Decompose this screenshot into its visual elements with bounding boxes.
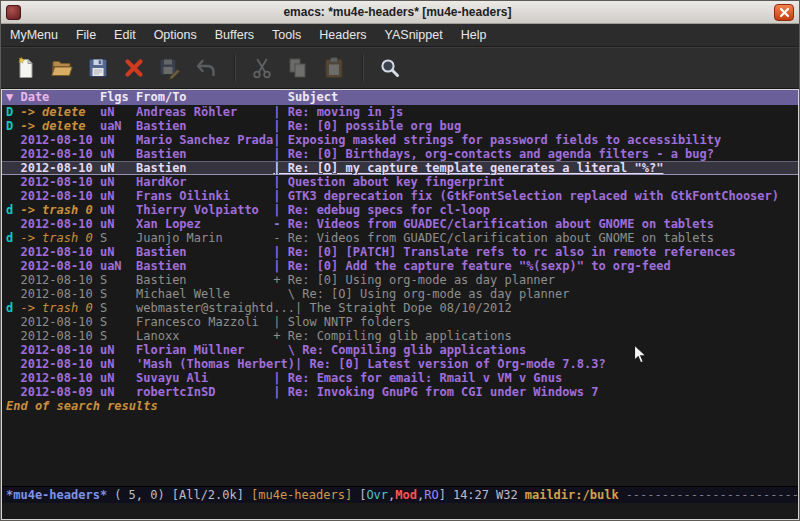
modeline-buffer-name[interactable]: *mu4e-headers* <box>6 488 107 502</box>
message-row[interactable]: d-> trash 0Swebmaster@straightd...| The … <box>2 301 798 315</box>
menu-bar: MyMenuFileEditOptionsBuffersToolsHeaders… <box>1 24 799 47</box>
toolbar-separator <box>362 55 364 81</box>
modeline-readonly-flag[interactable]: RO <box>424 488 438 502</box>
column-header-date[interactable]: Date <box>20 90 99 105</box>
sort-descending-icon[interactable]: ▼ <box>6 90 20 105</box>
message-row[interactable]: 2012-08-10SFrancesco Mazzoli| Slow NNTP … <box>2 315 798 329</box>
cut-icon <box>245 52 278 85</box>
row-subject: | Re: [O] my capture template generates … <box>273 161 663 175</box>
message-row[interactable]: 2012-08-10uNBastien| Re: [O] my capture … <box>2 161 798 175</box>
message-row[interactable]: 2012-08-10uNBastien| Re: [0] [PATCH] Tra… <box>2 245 798 259</box>
row-subject: | The Straight Dope 08/10/2012 <box>295 301 512 315</box>
row-date: 2012-08-10 <box>20 287 99 301</box>
row-flags: S <box>100 301 136 315</box>
menu-item-options[interactable]: Options <box>145 25 206 45</box>
save-as-icon <box>153 52 186 85</box>
message-row[interactable]: 2012-08-10SMichael Welle \ Re: [O] Using… <box>2 287 798 301</box>
new-file-icon[interactable] <box>9 52 42 85</box>
menu-item-file[interactable]: File <box>67 25 105 45</box>
mode-line[interactable]: *mu4e-headers*( 5, 0)[All/2.0k][mu4e-hea… <box>2 486 798 503</box>
message-row[interactable]: 2012-08-10uNFrans Oilinki| GTK3 deprecat… <box>2 189 798 203</box>
row-from: Florian Müllner <box>136 343 273 357</box>
menu-item-tools[interactable]: Tools <box>263 25 310 45</box>
row-subject: + Re: [0] Using org-mode as day planner <box>273 273 555 287</box>
row-date: -> trash 0 <box>20 301 99 315</box>
row-subject: | Re: [0] Latest version of Org-mode 7.8… <box>295 357 606 371</box>
row-date: 2012-08-10 <box>20 357 99 371</box>
search-icon[interactable] <box>373 52 406 85</box>
row-from: Frans Oilinki <box>136 189 273 203</box>
row-from: Xan Lopez <box>136 217 273 231</box>
modeline-state-flags: [Ovr,Mod,RO] <box>359 488 446 502</box>
message-row[interactable]: 2012-08-10uNSuvayu Ali| Re: Emacs for em… <box>2 371 798 385</box>
message-row[interactable]: D-> deleteuaNBastien| Re: [0] possible o… <box>2 119 798 133</box>
modeline-buffer-size: [All/2.0k] <box>172 488 244 502</box>
modeline-state-close: ] <box>439 488 446 502</box>
message-row[interactable]: d-> trash 0uNThierry Volpiatto| Re: edeb… <box>2 203 798 217</box>
row-date: 2012-08-10 <box>20 161 99 175</box>
row-flags: S <box>100 231 136 245</box>
row-flags: uaN <box>100 119 136 133</box>
menu-item-mymenu[interactable]: MyMenu <box>1 25 67 45</box>
message-row[interactable]: 2012-08-10SBastien+ Re: [0] Using org-mo… <box>2 273 798 287</box>
kill-buffer-icon[interactable] <box>117 52 150 85</box>
row-from: Bastien <box>136 147 273 161</box>
row-from: Francesco Mazzoli <box>136 315 273 329</box>
toolbar-separator <box>234 55 236 81</box>
row-subject: | Re: edebug specs for cl-loop <box>273 203 490 217</box>
column-header-subject[interactable]: Subject <box>273 90 338 104</box>
row-from: HardKor <box>136 175 273 189</box>
message-row[interactable]: d-> trash 0SJuanjo Marin- Re: Videos fro… <box>2 231 798 245</box>
menu-item-headers[interactable]: Headers <box>310 25 375 45</box>
minibuffer[interactable] <box>2 503 798 519</box>
column-header-from[interactable]: From/To <box>136 90 273 105</box>
row-subject: | Re: [0] Birthdays, org-contacts and ag… <box>273 147 714 161</box>
menu-item-help[interactable]: Help <box>452 25 496 45</box>
message-list: D-> deleteuNAndreas Röhler| Re: moving i… <box>2 105 798 399</box>
row-subject: | Re: Emacs for email: Rmail v VM v Gnus <box>273 371 562 385</box>
menu-item-edit[interactable]: Edit <box>105 25 145 45</box>
message-row[interactable]: 2012-08-10uNMario Sanchez Prada| Exposin… <box>2 133 798 147</box>
emacs-window: emacs: *mu4e-headers* [mu4e-headers] MyM… <box>0 0 800 521</box>
row-subject: | GTK3 deprecation fix (GtkFontSelection… <box>273 189 779 203</box>
headers-buffer[interactable]: ▼DateFlgsFrom/ToSubject D-> deleteuNAndr… <box>2 90 798 486</box>
modeline-clock: 14:27 <box>453 488 489 502</box>
row-subject: - Re: Videos from GUADEC/clarification a… <box>273 231 714 245</box>
save-icon[interactable] <box>81 52 114 85</box>
window-menu-icon[interactable] <box>6 5 21 20</box>
row-mark: D <box>6 119 20 133</box>
message-row[interactable]: 2012-08-10uaNBastien| Re: [0] Add the ca… <box>2 259 798 273</box>
row-date: 2012-08-10 <box>20 343 99 357</box>
modeline-major-mode[interactable]: [mu4e-headers] <box>251 488 352 502</box>
close-button[interactable] <box>774 4 794 21</box>
headers-header-line: ▼DateFlgsFrom/ToSubject <box>2 90 798 105</box>
row-flags: uN <box>100 147 136 161</box>
row-date: 2012-08-10 <box>20 147 99 161</box>
row-date: 2012-08-10 <box>20 175 99 189</box>
row-flags: S <box>100 273 136 287</box>
row-from: Andreas Röhler <box>136 105 273 119</box>
column-header-flags[interactable]: Flgs <box>100 90 136 105</box>
message-row[interactable]: 2012-08-10uNXan Lopez- Re: Videos from G… <box>2 217 798 231</box>
open-file-icon[interactable] <box>45 52 78 85</box>
row-subject: | Re: Invoking GnuPG from CGI under Wind… <box>273 385 598 399</box>
row-from: Bastien <box>136 273 273 287</box>
message-row[interactable]: 2012-08-10uNHardKor| Question about key … <box>2 175 798 189</box>
message-row[interactable]: 2012-08-10uNBastien| Re: [0] Birthdays, … <box>2 147 798 161</box>
menu-item-buffers[interactable]: Buffers <box>206 25 263 45</box>
message-row[interactable]: 2012-08-10SLanoxx+ Re: Compiling glib ap… <box>2 329 798 343</box>
row-flags: uN <box>100 133 136 147</box>
menu-item-yasnippet[interactable]: YASnippet <box>376 25 452 45</box>
modeline-modified-flag[interactable]: Mod <box>395 488 417 502</box>
titlebar[interactable]: emacs: *mu4e-headers* [mu4e-headers] <box>1 1 799 24</box>
row-from: Suvayu Ali <box>136 371 273 385</box>
row-from: Mario Sanchez Prada <box>136 133 273 147</box>
row-date: -> delete <box>20 119 99 133</box>
message-row[interactable]: 2012-08-10uNFlorian Müllner \ Re: Compil… <box>2 343 798 357</box>
message-row[interactable]: 2012-08-10uN'Mash (Thomas Herbert)| Re: … <box>2 357 798 371</box>
modeline-overwrite-flag: Ovr <box>366 488 388 502</box>
message-row[interactable]: 2012-08-09uNrobertcInSD| Re: Invoking Gn… <box>2 385 798 399</box>
row-subject: + Re: Compiling glib applications <box>273 329 511 343</box>
row-from: webmaster@straightd... <box>136 301 295 315</box>
message-row[interactable]: D-> deleteuNAndreas Röhler| Re: moving i… <box>2 105 798 119</box>
